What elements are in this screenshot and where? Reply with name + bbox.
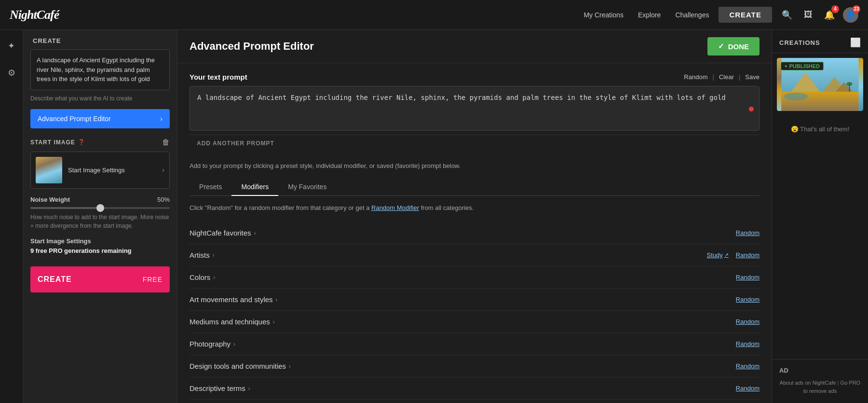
noise-value: 50% <box>157 196 170 203</box>
sidebar-create-icon[interactable]: ✦ <box>3 37 20 55</box>
category-label-nightcafe: NightCafe favorites › <box>190 229 256 237</box>
prompt-display[interactable]: A landscape of Ancient Egypt including t… <box>30 49 170 90</box>
category-label-photography: Photography › <box>190 340 235 348</box>
random-art-movements-link[interactable]: Random <box>736 296 760 303</box>
svg-point-5 <box>784 93 808 100</box>
random-photography-link[interactable]: Random <box>736 340 760 347</box>
free-label: FREE <box>143 276 163 283</box>
expand-icon: ⬜ <box>850 38 861 47</box>
nav-challenges[interactable]: Challenges <box>675 11 709 19</box>
tab-modifiers[interactable]: Modifiers <box>231 178 278 195</box>
category-actions-mediums: Random <box>736 318 760 325</box>
top-create-button[interactable]: CREATE <box>719 7 772 23</box>
random-mediums-link[interactable]: Random <box>736 318 760 325</box>
notification-badge: 4 <box>831 5 839 13</box>
adv-prompt-label: Advanced Prompt Editor <box>38 115 111 123</box>
message-button[interactable]: 👤 23 <box>843 7 858 23</box>
ad-links: About ads on NightCafe | Go PRO to remov… <box>779 379 861 396</box>
category-descriptive-terms[interactable]: Descriptive terms › Random <box>190 377 760 400</box>
delete-start-image-button[interactable]: 🗑 <box>162 138 170 147</box>
create-icon: ✦ <box>8 41 15 51</box>
start-image-settings-link[interactable]: Start Image Settings <box>68 167 162 174</box>
noise-slider-track[interactable] <box>30 207 170 209</box>
random-design-tools-link[interactable]: Random <box>736 362 760 370</box>
tab-presets[interactable]: Presets <box>190 178 231 195</box>
ad-section: AD About ads on NightCafe | Go PRO to re… <box>772 359 868 403</box>
text-prompt-section: Your text prompt Random | Clear | Save A… <box>190 73 760 152</box>
right-panel-header: CREATIONS ⬜ <box>772 30 868 53</box>
creations-scroll-area: ● PUBLISHED 😮 That's all of them! <box>772 53 868 359</box>
advanced-prompt-editor-button[interactable]: Advanced Prompt Editor › <box>30 109 170 128</box>
random-link[interactable]: Random <box>684 73 707 81</box>
noise-description: How much noise to add to the start image… <box>30 213 170 230</box>
separator-1: | <box>713 73 714 81</box>
category-label-colors: Colors › <box>190 273 215 281</box>
clear-link[interactable]: Clear <box>719 73 734 81</box>
text-prompt-label: Your text prompt <box>190 73 247 81</box>
done-button[interactable]: ✓ DONE <box>707 37 760 56</box>
random-descriptive-link[interactable]: Random <box>736 385 760 392</box>
pro-count: 9 <box>30 247 34 254</box>
gallery-button[interactable]: 🖼 <box>800 7 816 23</box>
prompt-hint: Add to your prompt by clicking a preset … <box>190 161 760 171</box>
category-colors[interactable]: Colors › Random <box>190 266 760 289</box>
noise-slider-fill <box>30 207 100 209</box>
category-art-movements[interactable]: Art movements and styles › Random <box>190 289 760 311</box>
separator-2: | <box>739 73 740 81</box>
chevron-icon: › <box>248 385 250 392</box>
settings-icon: ⚙ <box>8 68 15 78</box>
category-culture[interactable]: Culture / genre › Random <box>190 400 760 403</box>
left-panel-header: CREATE <box>23 30 177 49</box>
sidebar-settings-icon[interactable]: ⚙ <box>3 64 20 82</box>
category-nightcafe-favorites[interactable]: NightCafe favorites › Random <box>190 222 760 244</box>
search-button[interactable]: 🔍 <box>779 7 795 23</box>
chevron-icon: › <box>289 363 291 370</box>
random-nightcafe-link[interactable]: Random <box>736 229 760 236</box>
notification-button[interactable]: 🔔 4 <box>822 7 837 23</box>
start-image-section-header: START IMAGE ❓ 🗑 <box>30 138 170 147</box>
recording-indicator <box>749 107 754 111</box>
nav-explore[interactable]: Explore <box>638 11 661 19</box>
add-another-prompt-btn[interactable]: ADD ANOTHER PROMPT <box>190 135 760 152</box>
category-label-descriptive: Descriptive terms › <box>190 384 250 392</box>
svg-point-7 <box>847 82 853 86</box>
prompt-description: Describe what you want the AI to create <box>30 95 170 102</box>
about-ads-link[interactable]: About ads on NightCafe <box>780 380 836 386</box>
random-modifier-link[interactable]: Random Modifier <box>371 204 419 211</box>
noise-slider-thumb[interactable] <box>96 204 104 212</box>
category-actions-nightcafe: Random <box>736 229 760 236</box>
emoji-icon: 😮 <box>791 125 800 133</box>
prompt-textarea[interactable]: A landscape of Ancient Egypt including t… <box>190 86 760 131</box>
category-artists[interactable]: Artists › Study ↗ Random <box>190 244 760 266</box>
study-artists-link[interactable]: Study ↗ <box>707 251 729 259</box>
category-design-tools[interactable]: Design tools and communities › Random <box>190 355 760 377</box>
message-badge: 23 <box>853 5 860 13</box>
random-artists-link[interactable]: Random <box>736 251 760 259</box>
category-actions-descriptive: Random <box>736 385 760 392</box>
thumbnail-image <box>36 157 62 183</box>
save-link[interactable]: Save <box>745 73 760 81</box>
category-actions-colors: Random <box>736 274 760 281</box>
expand-creations-button[interactable]: ⬜ <box>850 37 861 48</box>
tabs-bar: Presets Modifiers My Favorites <box>190 178 760 196</box>
chevron-icon: › <box>276 296 278 303</box>
help-icon[interactable]: ❓ <box>78 139 85 145</box>
noise-label: Noise Weight <box>30 196 70 203</box>
category-label-mediums: Mediums and techniques › <box>190 318 275 326</box>
nav-my-creations[interactable]: My Creations <box>583 11 623 19</box>
start-image-container[interactable]: Start Image Settings › <box>30 152 170 189</box>
main-layout: ✦ ⚙ CREATE A landscape of Ancient Egypt … <box>0 30 868 403</box>
random-colors-link[interactable]: Random <box>736 274 760 281</box>
prompt-textarea-wrapper: A landscape of Ancient Egypt including t… <box>190 86 760 132</box>
center-content: Your text prompt Random | Clear | Save A… <box>177 63 772 403</box>
create-free-button[interactable]: CREATE FREE <box>30 266 170 292</box>
random-hint-text: Click "Random" for a random modifier fro… <box>190 204 369 211</box>
category-photography[interactable]: Photography › Random <box>190 333 760 355</box>
category-mediums[interactable]: Mediums and techniques › Random <box>190 311 760 333</box>
nav-links: My Creations Explore Challenges <box>583 11 709 19</box>
chevron-right-icon: › <box>160 115 163 123</box>
tab-my-favorites[interactable]: My Favorites <box>278 178 336 195</box>
creation-thumbnail-1[interactable]: ● PUBLISHED <box>777 58 863 111</box>
logo[interactable]: NightCafé <box>10 8 59 22</box>
random-hint-suffix: from all categories. <box>421 204 474 211</box>
